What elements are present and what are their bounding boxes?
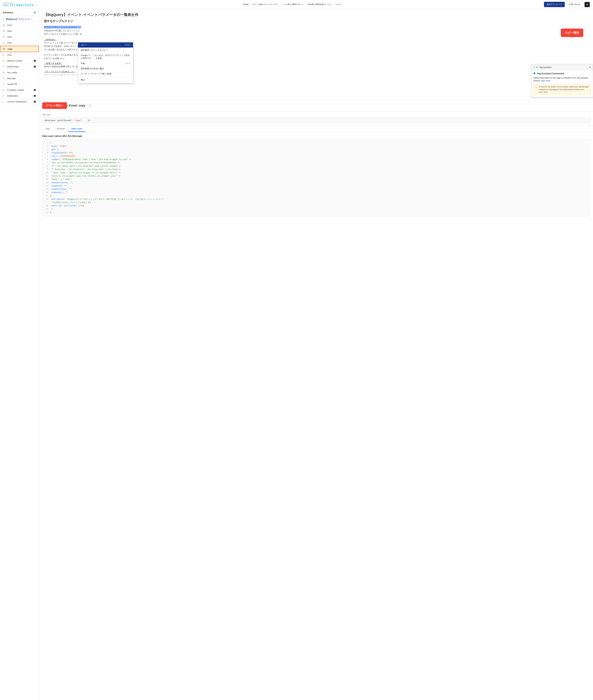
- context-menu-inspect[interactable]: 検証: [78, 77, 133, 82]
- item-label: Window Loaded: [7, 59, 33, 62]
- download-button[interactable]: 資料ダウンロード: [544, 2, 565, 7]
- dl-line-2: 2 event: "copy",: [45, 145, 587, 148]
- tag-badge: ⬛: [33, 95, 36, 97]
- sidebar-header: Summary 🗑: [0, 9, 39, 16]
- context-menu-copy-link[interactable]: 選択箇所へのリンクをコピー: [78, 48, 133, 53]
- sidebar-item-14[interactable]: 14 Click: [0, 23, 39, 28]
- intro-text-1: 今回はGA4で計測しているイベントと、: [44, 29, 82, 32]
- dl-line-11: 11 "ield.hs_cos_wrapper_type_rich_text#h…: [45, 174, 587, 178]
- item-num: 14: [3, 24, 6, 27]
- context-menu-reading-mode[interactable]: リーディング モードで開く 新規: [78, 71, 133, 76]
- main-nav: HOME サイト分析レポートサービス ツール導入/運用サポート GA4導入/運用…: [40, 3, 544, 6]
- nav-tools[interactable]: ツール導入/運用サポート: [282, 3, 304, 6]
- expand-icon: ▼: [3, 18, 4, 20]
- tag-assistant-grid-icon: ⠿: [533, 66, 535, 69]
- event-bubble-text: イベント発生！: [45, 104, 64, 107]
- article-intro: こんにちは。CCIのアナリティクス担当 今回はGA4で計測しているイベントと、 …: [44, 26, 588, 36]
- context-menu: コピー Ctrl+C 選択箇所へのリンクをコピー Google で「こんにちは。…: [78, 42, 133, 83]
- sidebar-item-11[interactable]: 11 Click: [0, 40, 39, 46]
- tab-tags[interactable]: Tags: [42, 126, 53, 132]
- article-title: 【BigQuery】イベント-イベントパラメータの一覧表を作: [44, 12, 588, 17]
- sidebar-item-8[interactable]: 8 Window Loaded ⬛: [0, 58, 39, 64]
- ta-warning: ⚠ To improve the quality of your testing…: [533, 84, 591, 95]
- data-layer-section: Data Layer values after this Message: 1{…: [39, 132, 593, 219]
- context-menu-print[interactable]: 印刷... Ctrl+P: [78, 61, 133, 66]
- nav-ga4[interactable]: GA4導入/運用支援サービス: [308, 3, 331, 6]
- dl-line-7: 7 "ent-id-12273373521.hs-blog-post.hs-bl…: [45, 161, 587, 164]
- item-label: copy: [7, 48, 36, 50]
- item-label: Click: [7, 54, 36, 56]
- dl-line-8: 8 "6 > div.news2.news3 > div.blog-post-p…: [45, 165, 587, 168]
- header-actions: 資料ダウンロード お問い合わせ ☰: [544, 2, 590, 7]
- item-label: DOM Ready: [7, 66, 33, 68]
- translate-label: 選択範囲を日本語に翻訳: [81, 67, 104, 70]
- dl-line-18: 18 description: "BigQueryにエクスポートしたデータから、…: [45, 198, 587, 201]
- item-num: 11: [3, 42, 6, 44]
- item-label: Initialization: [7, 95, 33, 97]
- sidebar-item-9[interactable]: 9 Click: [0, 52, 39, 58]
- item-label: seo_ready: [7, 71, 36, 74]
- nav-analytics[interactable]: サイト分析レポートサービス: [252, 3, 278, 6]
- learn-more-link[interactable]: Learn more: [541, 80, 550, 82]
- page-preview: 【BigQuery】イベント-イベントパラメータの一覧表を作 成するサンプルクエ…: [39, 9, 593, 100]
- tabs-bar: Tags Variables Data Layer: [39, 126, 593, 132]
- copy-shortcut: Ctrl+C: [125, 44, 130, 46]
- sidebar-item-7[interactable]: 7 DOM Ready ⬛: [0, 64, 39, 70]
- item-label: Click: [7, 30, 36, 32]
- api-call-section: API Call dataLayer.push({event: "copy", …: [39, 111, 593, 126]
- copy-tooltip: コピー実行: [561, 29, 583, 37]
- tag-badge: ⬛: [33, 100, 36, 103]
- code-ellipsis: ...: [84, 119, 88, 122]
- contact-button[interactable]: お問い合わせ: [566, 2, 583, 7]
- context-menu-translate[interactable]: 選択範囲を日本語に翻訳: [78, 66, 133, 71]
- tab-variables[interactable]: Variables: [53, 126, 68, 132]
- menu-icon[interactable]: ☰: [585, 2, 590, 7]
- item-num: 9: [3, 54, 6, 56]
- event-panel: イベント発生！ Event: copy ? API Call dataLayer…: [39, 100, 593, 700]
- print-label: 印刷...: [81, 62, 87, 65]
- right-panel: 【BigQuery】イベント-イベントパラメータの一覧表を作 成するサンプルクエ…: [39, 9, 593, 700]
- item-label: Click: [7, 42, 36, 44]
- sidebar-item-2[interactable]: 2 Initialization ⬛: [0, 93, 39, 99]
- context-menu-copy[interactable]: コピー Ctrl+C: [78, 42, 133, 48]
- ta-blue-dot: [533, 72, 536, 74]
- tag-badge: ⬛: [33, 60, 36, 62]
- copy-label: コピー: [81, 43, 87, 46]
- dl-line-20: 20 }: [45, 208, 587, 211]
- tag-assistant-close[interactable]: ✕: [589, 66, 591, 69]
- tab-data-layer[interactable]: Data Layer: [68, 126, 86, 132]
- sidebar-item-parent[interactable]: ▼ 【BigQuery】イベント-い...: [0, 16, 39, 23]
- tag-assistant-title: ⠿ 🏷 Tag Assistant: [533, 66, 552, 69]
- context-menu-search[interactable]: Google で「こんにちは。CCIのアナリティクス担当の寺田です。」を検索: [78, 53, 133, 61]
- help-icon[interactable]: ?: [89, 104, 91, 107]
- dl-line-4: 4 uniqueEventId: 443,: [45, 151, 587, 155]
- sidebar-item-4[interactable]: 4 readyUTM: [0, 81, 39, 87]
- sidebar-item-6[interactable]: 6 seo_ready: [0, 70, 39, 76]
- ta-connected-status: Tag Assistant Connected: [533, 72, 591, 75]
- item-label: Click: [7, 24, 36, 27]
- copy-link-label: 選択箇所へのリンクをコピー: [81, 49, 108, 52]
- dl-line-18b: "タを取得できるサンプルクエリを紹介します。",: [45, 201, 587, 204]
- nav-home[interactable]: HOME: [243, 3, 249, 6]
- dl-line-10: 10 "-post__body > span.hs_cos_wrapper.hs…: [45, 171, 587, 174]
- tag-assistant-label: Tag Assistant: [539, 66, 552, 69]
- nav-column[interactable]: コラム: [335, 3, 341, 6]
- item-num: 12: [3, 36, 6, 38]
- selected-text: こんにちは。CCIのアナリティクス担当: [44, 26, 81, 29]
- sidebar-item-3[interactable]: 3 Container Loaded ⬛: [0, 87, 39, 93]
- sidebar-item-13[interactable]: 13 Click: [0, 28, 39, 34]
- trash-icon[interactable]: 🗑: [34, 11, 36, 14]
- dl-line-1: 1{: [45, 141, 587, 145]
- sidebar-item-12[interactable]: 12 Click: [0, 34, 39, 40]
- copy-tooltip-text: コピー実行: [565, 31, 579, 34]
- intro-text-2: るサンプルクエリを紹介したいと思いま...: [44, 33, 84, 35]
- item-num: 6: [3, 72, 6, 74]
- sidebar: Summary 🗑 ▼ 【BigQuery】イベント-い... 14 Click…: [0, 9, 39, 700]
- sidebar-item-5[interactable]: 5 Message: [0, 76, 39, 81]
- logo-tagline: THAT'S WHY: [3, 2, 34, 4]
- sidebar-item-1[interactable]: 1 Consent Initialization ⬛: [0, 99, 39, 105]
- item-label: Consent Initialization: [7, 100, 33, 103]
- tag-assistant-panel: ⠿ 🏷 Tag Assistant ✕ Tag Assistant Connec…: [531, 64, 593, 97]
- reading-mode-label: リーディング モードで開く 新規: [81, 72, 111, 75]
- sidebar-item-10-copy[interactable]: 10 copy: [0, 46, 39, 52]
